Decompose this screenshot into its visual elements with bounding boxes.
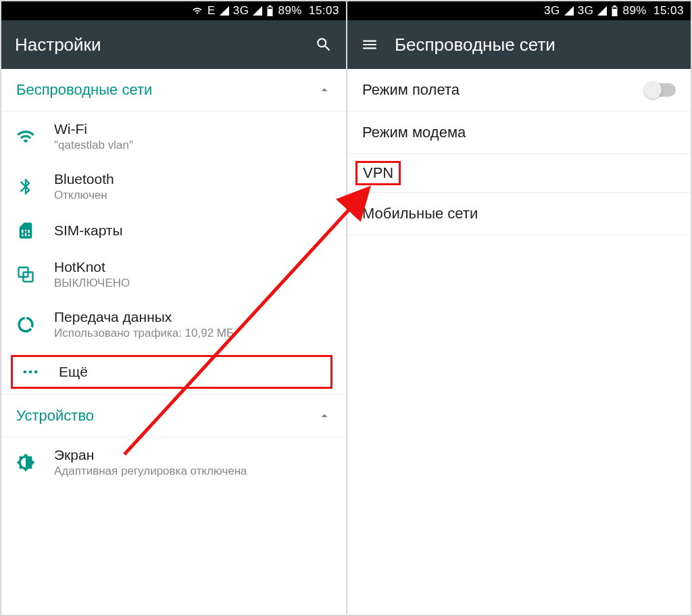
wifi-icon: [191, 6, 203, 16]
signal-icon: [597, 6, 607, 16]
item-sub: "qatestlab vlan": [54, 139, 133, 152]
signal-icon: [253, 6, 262, 16]
sim-icon: [16, 221, 54, 240]
status-network2: 3G: [233, 4, 249, 18]
svg-rect-0: [268, 7, 272, 9]
wireless-appbar: Беспроводные сети: [347, 20, 691, 69]
data-usage-icon: [16, 315, 54, 334]
item-label: Режим модема: [362, 124, 466, 141]
svg-point-4: [29, 371, 32, 374]
search-icon[interactable]: [315, 36, 332, 53]
item-sub: Использовано трафика: 10,92 МБ: [54, 327, 234, 340]
item-vpn-highlight[interactable]: VPN: [355, 161, 401, 185]
item-bluetooth[interactable]: Bluetooth Отключен: [1, 162, 346, 212]
svg-point-5: [34, 371, 38, 374]
appbar-title: Настройки: [15, 34, 101, 55]
item-wifi[interactable]: Wi-Fi "qatestlab vlan": [1, 112, 346, 162]
item-sub: Отключен: [54, 189, 114, 202]
status-battery: 89%: [278, 4, 302, 18]
item-sim[interactable]: SIM-карты: [1, 212, 346, 250]
airplane-toggle[interactable]: [645, 83, 676, 97]
item-more-highlight[interactable]: Ещё: [11, 355, 332, 389]
battery-icon: [266, 5, 274, 16]
settings-appbar: Настройки: [1, 20, 346, 69]
section-device[interactable]: Устройство: [1, 394, 346, 437]
item-tethering[interactable]: Режим модема: [347, 112, 691, 154]
status-network3: 3G: [544, 4, 560, 18]
item-label: HotKnot: [54, 259, 130, 275]
brightness-icon: [16, 453, 54, 472]
item-airplane[interactable]: Режим полета: [347, 69, 691, 112]
svg-rect-6: [613, 7, 617, 9]
item-data-usage[interactable]: Передача данных Использовано трафика: 10…: [1, 300, 346, 350]
status-network1: E: [207, 4, 216, 18]
item-label: Режим полета: [362, 81, 460, 99]
signal-icon: [220, 6, 229, 16]
item-label: SIM-карты: [54, 222, 123, 239]
hamburger-icon[interactable]: [361, 36, 378, 53]
bluetooth-icon: [16, 177, 54, 196]
hotknot-icon: [16, 265, 54, 284]
item-sub: Адаптивная регулировка отключена: [54, 465, 247, 478]
item-sub: ВЫКЛЮЧЕНО: [54, 277, 130, 290]
item-display[interactable]: Экран Адаптивная регулировка отключена: [1, 437, 346, 488]
appbar-title: Беспроводные сети: [395, 34, 555, 55]
chevron-up-icon: [318, 83, 331, 97]
item-hotknot[interactable]: HotKnot ВЫКЛЮЧЕНО: [1, 250, 346, 300]
status-network4: 3G: [578, 4, 594, 18]
wifi-icon: [16, 127, 54, 146]
status-battery: 89%: [622, 4, 647, 18]
svg-point-3: [24, 371, 27, 374]
item-label: Экран: [54, 447, 247, 463]
status-bar: 3G 3G 89% 15:03: [347, 1, 691, 20]
signal-icon: [564, 6, 574, 16]
more-icon: [21, 362, 53, 381]
item-label: VPN: [363, 164, 393, 181]
item-mobile-networks[interactable]: Мобильные сети: [347, 193, 691, 235]
section-label: Беспроводные сети: [16, 81, 152, 99]
status-time: 15:03: [309, 4, 339, 18]
section-label: Устройство: [16, 407, 94, 425]
section-wireless[interactable]: Беспроводные сети: [1, 69, 346, 112]
item-label: Wi-Fi: [54, 121, 133, 137]
item-label: Передача данных: [54, 309, 234, 325]
item-label: Bluetooth: [54, 171, 114, 187]
chevron-up-icon: [318, 409, 331, 423]
wireless-panel: 3G 3G 89% 15:03 Беспроводные сети Режим …: [346, 1, 691, 615]
status-bar: E 3G 89% 15:03: [1, 1, 346, 20]
item-label: Ещё: [59, 364, 88, 380]
item-label: Мобильные сети: [362, 205, 478, 222]
settings-panel: E 3G 89% 15:03 Настройки Беспроводные се…: [1, 1, 346, 615]
battery-icon: [611, 5, 618, 16]
status-time: 15:03: [653, 4, 684, 18]
